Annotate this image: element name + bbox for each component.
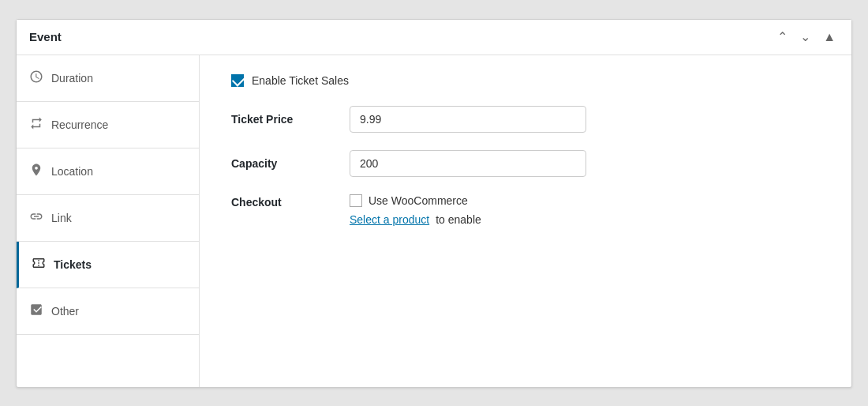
location-icon bbox=[29, 163, 43, 180]
sidebar-item-duration-label: Duration bbox=[51, 72, 93, 85]
event-widget: Event ⌃ ⌄ ▲ Duration Recurrence bbox=[16, 19, 852, 388]
sidebar-item-link-label: Link bbox=[51, 212, 72, 224]
main-content: Enable Ticket Sales Ticket Price Capacit… bbox=[200, 55, 851, 387]
sidebar-item-other-label: Other bbox=[51, 305, 79, 318]
checkout-options: Use WooCommerce Select a product to enab… bbox=[350, 194, 481, 226]
sidebar-item-recurrence[interactable]: Recurrence bbox=[17, 102, 199, 148]
sidebar-item-recurrence-label: Recurrence bbox=[51, 118, 108, 131]
ticket-price-label: Ticket Price bbox=[231, 113, 350, 126]
woocommerce-option: Use WooCommerce bbox=[350, 194, 481, 207]
sidebar-item-link[interactable]: Link bbox=[17, 195, 199, 242]
enable-ticket-sales-checkbox[interactable] bbox=[231, 74, 244, 87]
select-product-option: Select a product to enable bbox=[350, 213, 481, 226]
sidebar: Duration Recurrence Location Link bbox=[17, 55, 200, 387]
sidebar-item-other[interactable]: Other bbox=[17, 288, 199, 335]
checkout-row: Checkout Use WooCommerce Select a produc… bbox=[231, 194, 820, 226]
widget-controls: ⌃ ⌄ ▲ bbox=[774, 29, 839, 45]
widget-body: Duration Recurrence Location Link bbox=[17, 55, 851, 387]
move-down-button[interactable]: ⌄ bbox=[797, 29, 814, 45]
sidebar-item-tickets-label: Tickets bbox=[54, 258, 92, 271]
recurrence-icon bbox=[29, 116, 43, 133]
select-product-link[interactable]: Select a product bbox=[350, 213, 429, 226]
woocommerce-checkbox[interactable] bbox=[350, 194, 362, 207]
ticket-price-row: Ticket Price bbox=[231, 106, 820, 133]
capacity-row: Capacity bbox=[231, 150, 820, 177]
sidebar-item-location-label: Location bbox=[51, 165, 93, 178]
clock-icon bbox=[29, 70, 43, 87]
sidebar-item-duration[interactable]: Duration bbox=[17, 55, 199, 102]
checkout-label: Checkout bbox=[231, 194, 350, 209]
widget-header: Event ⌃ ⌄ ▲ bbox=[17, 20, 851, 55]
to-enable-text: to enable bbox=[436, 213, 481, 226]
ticket-price-input[interactable] bbox=[350, 106, 586, 133]
expand-button[interactable]: ▲ bbox=[820, 29, 839, 45]
widget-title: Event bbox=[29, 30, 62, 43]
sidebar-item-location[interactable]: Location bbox=[17, 148, 199, 195]
move-up-button[interactable]: ⌃ bbox=[774, 29, 791, 45]
other-icon bbox=[29, 303, 43, 320]
woocommerce-label: Use WooCommerce bbox=[369, 194, 468, 207]
tickets-icon bbox=[32, 256, 46, 273]
link-icon bbox=[29, 209, 43, 227]
capacity-label: Capacity bbox=[231, 157, 350, 170]
capacity-input[interactable] bbox=[350, 150, 586, 177]
sidebar-item-tickets[interactable]: Tickets bbox=[17, 242, 199, 288]
enable-ticket-sales-row: Enable Ticket Sales bbox=[231, 74, 820, 87]
enable-ticket-sales-label: Enable Ticket Sales bbox=[252, 74, 349, 87]
